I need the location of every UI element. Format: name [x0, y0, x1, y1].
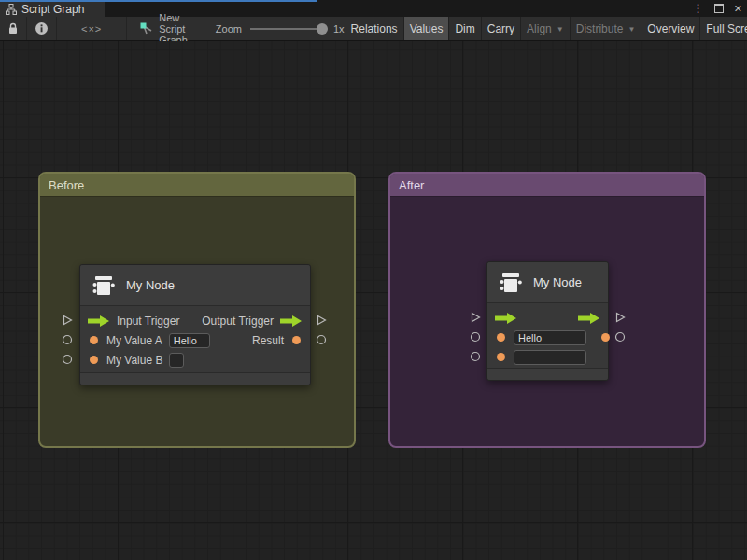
- dim-button[interactable]: Dim: [448, 17, 480, 40]
- value-input-port[interactable]: [470, 329, 481, 341]
- full-screen-button[interactable]: Full Screen: [699, 17, 747, 40]
- graph-toolbar: <×> New Script Graph Zoom 1x Relations V…: [0, 17, 747, 41]
- value-output-port[interactable]: [316, 332, 327, 343]
- port-row: [487, 328, 608, 347]
- flow-output-arrow-icon[interactable]: [280, 315, 303, 327]
- align-dropdown[interactable]: Align ▼: [520, 17, 570, 40]
- window-menu-icon[interactable]: ⋮: [693, 3, 704, 14]
- flow-output-port[interactable]: [316, 313, 327, 324]
- overview-button[interactable]: Overview: [641, 17, 699, 40]
- chevron-down-icon: ▼: [627, 25, 635, 34]
- group-after-header[interactable]: After: [390, 174, 704, 197]
- code-icon: <×>: [81, 23, 102, 35]
- value-input-dot-icon[interactable]: [497, 353, 505, 361]
- flow-input-port[interactable]: [470, 310, 481, 321]
- value-input-dot-icon[interactable]: [90, 336, 98, 344]
- value-a-input[interactable]: [514, 330, 586, 345]
- value-input-port[interactable]: [62, 332, 73, 343]
- node-my-node-after[interactable]: My Node: [486, 261, 609, 381]
- flow-input-arrow-icon[interactable]: [88, 315, 110, 327]
- chevron-down-icon: ▼: [557, 25, 564, 34]
- unit-icon: [92, 273, 116, 298]
- zoom-control: Zoom 1x: [216, 23, 345, 35]
- flow-input-arrow-icon[interactable]: [495, 313, 517, 324]
- tab-script-graph[interactable]: Script Graph: [0, 2, 105, 17]
- node-footer: [80, 372, 310, 385]
- port-row: My Value B: [80, 350, 310, 370]
- value-input-port[interactable]: [62, 352, 73, 363]
- graph-canvas[interactable]: Before After My Node: [0, 41, 747, 560]
- port-label: Input Trigger: [117, 315, 179, 328]
- lock-button[interactable]: [0, 17, 27, 40]
- node-title: My Node: [533, 275, 582, 289]
- carry-button[interactable]: Carry: [481, 17, 520, 40]
- port-label: My Value A: [106, 334, 162, 347]
- node-ports-area: [487, 303, 608, 368]
- inspect-button[interactable]: [27, 17, 57, 40]
- node-title: My Node: [126, 278, 175, 292]
- node-header[interactable]: My Node: [80, 265, 310, 306]
- port-row: My Value A Result: [80, 330, 310, 350]
- value-input-port[interactable]: [470, 349, 481, 360]
- flow-output-port[interactable]: [614, 310, 626, 321]
- value-a-input[interactable]: [169, 333, 210, 348]
- port-label: My Value B: [106, 354, 162, 367]
- lock-icon: [7, 22, 19, 35]
- value-b-input[interactable]: [169, 353, 184, 368]
- value-b-input[interactable]: [514, 350, 586, 365]
- port-row: [487, 347, 608, 367]
- node-my-node-before[interactable]: My Node Input Trigger Output Trigger My …: [79, 264, 311, 385]
- close-icon[interactable]: ✕: [734, 4, 742, 14]
- zoom-slider[interactable]: [250, 28, 325, 30]
- group-title: After: [399, 178, 424, 192]
- hierarchy-icon: [6, 4, 17, 15]
- port-row: [487, 308, 608, 328]
- window-controls: ⋮ ✕: [693, 1, 742, 16]
- flow-output-arrow-icon[interactable]: [578, 313, 600, 324]
- info-icon: [35, 21, 49, 35]
- node-header[interactable]: My Node: [487, 262, 608, 303]
- value-input-dot-icon[interactable]: [497, 333, 505, 342]
- relations-button[interactable]: Relations: [345, 17, 403, 40]
- zoom-label: Zoom: [216, 23, 242, 35]
- port-label: Result: [252, 334, 284, 347]
- zoom-slider-handle[interactable]: [317, 23, 328, 35]
- group-before-header[interactable]: Before: [40, 174, 354, 197]
- unit-icon: [499, 271, 523, 295]
- flow-input-port[interactable]: [62, 313, 73, 324]
- distribute-dropdown[interactable]: Distribute ▼: [570, 17, 641, 40]
- node-footer: [487, 368, 608, 380]
- value-output-port[interactable]: [614, 329, 626, 341]
- port-label: Output Trigger: [202, 315, 274, 328]
- group-title: Before: [49, 178, 84, 192]
- toolbar-toggle-group: Relations Values Dim Carry Align ▼ Distr…: [345, 17, 747, 40]
- value-output-dot-icon[interactable]: [292, 336, 301, 344]
- script-graph-icon: [140, 22, 153, 35]
- maximize-icon[interactable]: [714, 4, 724, 13]
- tab-label: Script Graph: [21, 3, 84, 16]
- values-button[interactable]: Values: [403, 17, 449, 40]
- value-output-dot-icon[interactable]: [601, 333, 610, 342]
- value-input-dot-icon[interactable]: [90, 356, 98, 364]
- node-ports-area: Input Trigger Output Trigger My Value A …: [80, 306, 310, 372]
- code-preview-button[interactable]: <×>: [57, 17, 127, 40]
- zoom-value: 1x: [333, 23, 345, 35]
- port-row: Input Trigger Output Trigger: [80, 311, 310, 330]
- tab-bar: Script Graph ⋮ ✕: [0, 0, 747, 17]
